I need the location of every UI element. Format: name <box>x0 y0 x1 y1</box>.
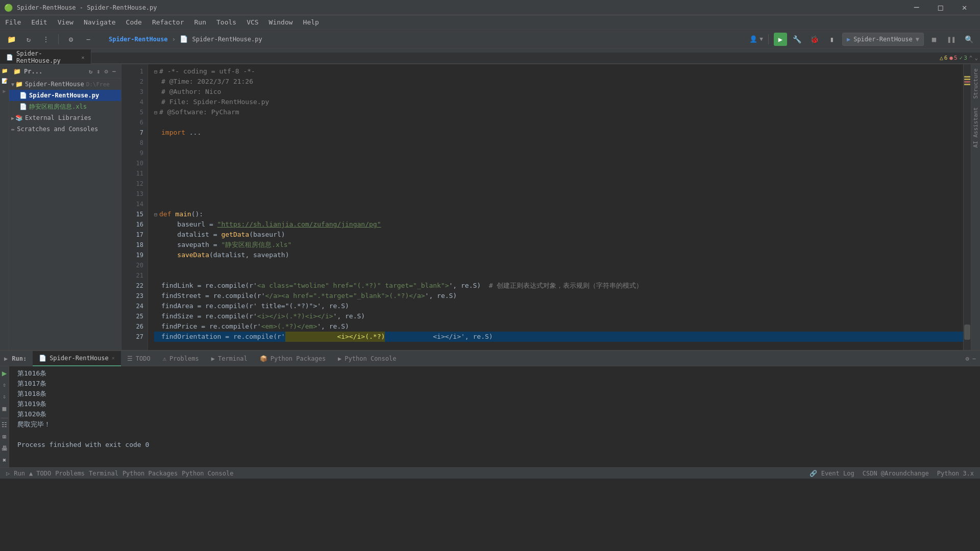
build-btn[interactable]: 🔧 <box>790 32 804 46</box>
bottom-tab-todo[interactable]: ☰ TODO <box>121 351 157 366</box>
ln-23: 23 <box>121 291 143 301</box>
ok-icon: ✓ <box>960 55 963 61</box>
menu-refactor[interactable]: Refactor <box>147 16 189 28</box>
console-down-btn[interactable]: ⇩ <box>0 392 10 402</box>
code-line-19: saveData (datalist, savepath) <box>154 250 963 260</box>
tree-ext-libs[interactable]: ▶ 📚 External Libraries <box>9 112 121 123</box>
menu-help[interactable]: Help <box>298 16 324 28</box>
menu-file[interactable]: File <box>0 16 26 28</box>
minimize-button[interactable]: ─ <box>905 0 928 15</box>
ln-26: 26 <box>121 321 143 332</box>
expand-icon[interactable]: ⌃ <box>969 55 973 61</box>
restore-layout-btn[interactable]: ⊞ <box>0 432 10 442</box>
debug-btn[interactable]: 🐞 <box>807 32 822 46</box>
project-selector[interactable]: ▶ Spider-RentHouse ▼ <box>842 33 924 46</box>
code-line-6 <box>154 117 963 128</box>
xls-file-icon: 📄 <box>19 103 27 110</box>
close-button[interactable]: ✕ <box>953 0 976 15</box>
stop-btn[interactable]: ■ <box>927 32 941 46</box>
menu-run[interactable]: Run <box>189 16 211 28</box>
ln-13: 13 <box>121 189 143 199</box>
rerun-btn[interactable]: ☷ <box>0 420 10 430</box>
console-text-4: 第1019条 <box>17 399 46 409</box>
collapse-icon[interactable]: ⌄ <box>974 55 978 61</box>
menu-vcs[interactable]: VCS <box>241 16 263 28</box>
code-line-17: datalist = getData (baseurl) <box>154 230 963 240</box>
run-button[interactable]: ▶ <box>774 33 787 46</box>
bottom-tab-python-console[interactable]: ▶ Python Console <box>332 351 402 366</box>
collapse-btn[interactable]: ⋮ <box>39 32 53 46</box>
settings-icon-bottom[interactable]: ⚙ <box>966 355 969 362</box>
code-content[interactable]: ⊟ # -*- coding = utf-8 -*- # @Time: 2022… <box>148 64 963 350</box>
console-output: 第1016条 第1017条 第1018条 第1019条 第1020条 爬取完毕！… <box>9 366 980 467</box>
gear-icon[interactable]: ⚙ <box>104 67 109 76</box>
menu-navigate[interactable]: Navigate <box>79 16 121 28</box>
event-log[interactable]: 🔗 Event Log <box>810 470 854 477</box>
project-folder-icon: 📁 <box>13 68 21 75</box>
py-file-icon: 📄 <box>6 54 13 61</box>
menu-window[interactable]: Window <box>264 16 298 28</box>
console-up-btn[interactable]: ⇧ <box>0 380 10 390</box>
code-line-4: # File: Spider-RentHouse.py <box>154 97 963 107</box>
bottom-tab-python-packages[interactable]: 📦 Python Packages <box>254 351 332 366</box>
ln-2: 2 <box>121 77 143 87</box>
settings-btn[interactable]: ⚙ <box>64 32 78 46</box>
code-line-16: baseurl = "https://sh.lianjia.com/zufang… <box>154 219 963 230</box>
tree-py-file[interactable]: 📄 Spider-RentHouse.py <box>9 90 121 101</box>
fold-indicator-1: ⊟ <box>154 67 157 77</box>
pause-btn[interactable]: ❚❚ <box>944 32 959 46</box>
console-run-btn[interactable]: ▶ <box>0 368 10 378</box>
sync-icon[interactable]: ↻ <box>88 67 93 76</box>
project-icon[interactable]: 📁 <box>1 66 9 74</box>
tree-xls-file[interactable]: 📄 静安区租房信息.xls <box>9 101 121 112</box>
tree-scratches[interactable]: ✏ Scratches and Consoles <box>9 123 121 135</box>
menu-view[interactable]: View <box>53 16 79 28</box>
maximize-button[interactable]: □ <box>929 0 952 15</box>
git-icon: ▷ <box>6 470 10 477</box>
editor-tab-0[interactable]: 📄 Spider-RentHouse.py ✕ <box>0 49 91 64</box>
ln-20: 20 <box>121 260 143 270</box>
scrollbar-thumb[interactable] <box>964 324 970 340</box>
bottom-run-label: Spider-RentHouse <box>50 355 109 362</box>
ln-5: 5 <box>121 107 143 117</box>
bottom-tab-run[interactable]: 📄 Spider-RentHouse ✕ <box>33 351 121 366</box>
editor-area: 1 2 3 4 5 6 7 8 9 10 11 12 13 14 15 16 1… <box>121 64 971 350</box>
bottom-tab-terminal[interactable]: ▶ Terminal <box>205 351 254 366</box>
close-panel-icon[interactable]: − <box>111 67 117 76</box>
console-line-2: 第1017条 <box>17 379 976 389</box>
structure-tab[interactable]: Structure <box>971 64 980 103</box>
app-icon: 🟢 <box>4 4 13 12</box>
bottom-tab-close[interactable]: ✕ <box>112 355 115 361</box>
close-panel-btn[interactable]: − <box>81 32 95 46</box>
ai-assistant-tab[interactable]: AI Assistant <box>971 103 980 152</box>
menu-edit[interactable]: Edit <box>26 16 52 28</box>
code-line-25: findSize = re.compile(r' <i></i>(.*?)<i>… <box>154 311 963 321</box>
coverage-btn[interactable]: ▮ <box>825 32 839 46</box>
ln-1: 1 <box>121 66 143 77</box>
left-icons: 📁 📝 ▶ <box>0 64 9 350</box>
ln-16: 16 <box>121 219 143 230</box>
clear-btn[interactable]: ✖ <box>0 456 10 465</box>
tab-close-0[interactable]: ✕ <box>81 55 84 60</box>
scratches-label: Scratches and Consoles <box>17 126 98 133</box>
reload-btn[interactable]: ↻ <box>21 32 36 46</box>
bottom-tab-problems[interactable]: ⚠ Problems <box>157 351 205 366</box>
title-bar: 🟢 Spider-RentHouse - Spider-RentHouse.py… <box>0 0 980 15</box>
bottom-left-icons-strip: ▶ Run: <box>0 355 33 362</box>
menu-code[interactable]: Code <box>121 16 147 28</box>
console-stop-btn[interactable]: ■ <box>0 404 10 413</box>
menu-tools[interactable]: Tools <box>211 16 241 28</box>
project-header-icons: ↻ ↕ ⚙ − <box>88 67 117 76</box>
root-label: Spider-RentHouse <box>25 81 84 88</box>
tree-root[interactable]: ▼ 📁 Spider-RentHouse D:\Free <box>9 79 121 90</box>
code-line-20 <box>154 260 963 270</box>
inspect-btn[interactable]: 🔍 <box>962 32 976 46</box>
project-toggle-btn[interactable]: 📁 <box>4 32 18 46</box>
collapse-all-icon[interactable]: ↕ <box>95 67 101 76</box>
run-icon[interactable]: ▶ <box>1 87 9 95</box>
warning-count: △ 6 <box>940 55 947 61</box>
project-panel: 📁 Pr... ↻ ↕ ⚙ − ▼ 📁 Spider-RentHouse D:\… <box>9 64 121 350</box>
minimize-icon-bottom[interactable]: − <box>972 355 976 362</box>
commit-icon[interactable]: 📝 <box>1 77 9 85</box>
print-btn[interactable]: 🖶 <box>0 444 10 454</box>
